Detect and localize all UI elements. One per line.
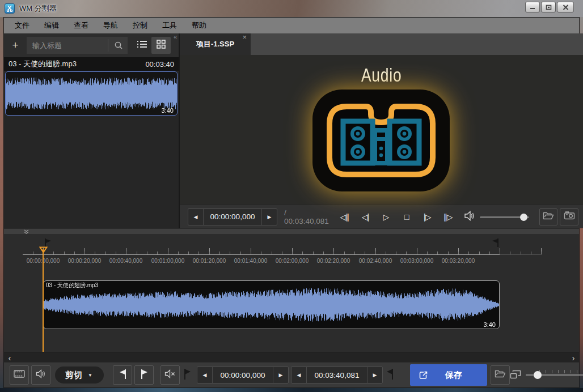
filmstrip-icon [14,370,25,380]
ruler-label: 00:00:40,000 [109,258,142,264]
range-start-stepper: ◀ 00:00:00,000 ▶ [197,367,289,384]
menubar: 文件 编辑 查看 导航 控制 工具 帮助 [4,18,579,33]
menu-view[interactable]: 查看 [66,18,96,33]
ruler-label: 00:03:20,000 [442,258,475,264]
total-time-display: / 00:03:40,081 [284,208,332,225]
panel-splitter[interactable] [4,228,579,234]
range-end-time[interactable]: 00:03:40,081 [306,367,367,383]
menu-file[interactable]: 文件 [7,18,37,33]
time-decrement-button[interactable]: ◀ [188,209,203,225]
audio-logo-text: Audio [361,65,402,86]
frames-view-button[interactable] [10,365,29,385]
flag-left-icon [119,369,127,381]
range-start-flag-icon [183,369,191,382]
camera-icon [564,211,575,222]
ruler-label: 00:01:00,000 [151,258,184,264]
menu-help[interactable]: 帮助 [184,18,214,33]
app-scissors-icon [5,3,15,14]
timeline-audio-clip[interactable]: 03 - 天使的翅膀.mp3 3:40 [43,280,500,329]
end-increment-button[interactable]: ▶ [367,367,382,383]
clip-name: 03 - 天使的翅膀.mp3 [46,282,98,289]
thumbnail-waveform [6,73,177,114]
save-button-label: 保存 [428,370,479,381]
save-button[interactable]: 保存 [410,364,487,386]
zoom-slider[interactable] [526,365,583,385]
stop-button[interactable]: □ [398,208,415,225]
bottom-toolbar: 剪切 ▼ [4,362,579,387]
chevron-down-icon: ▼ [88,373,92,378]
grid-view-icon [157,40,166,51]
open-folder-button[interactable] [539,208,557,225]
ruler-label: 00:03:00,000 [400,258,433,264]
media-item-thumbnail[interactable]: 3:40 [5,71,178,116]
ruler-label: 00:01:40,000 [234,258,267,264]
range-end-stepper: ◀ 00:03:40,081 ▶ [291,367,383,384]
zoom-windows-icon [510,369,521,381]
play-button[interactable]: ▷ [378,208,394,225]
preview-panel: 项目-1.SSP × Audio [180,33,583,228]
search-icon[interactable] [114,41,123,52]
media-item-duration: 00:03:40 [145,60,174,69]
timeline-scrollbar[interactable]: ‹ › [4,352,579,362]
set-start-marker-button[interactable] [113,365,132,385]
start-decrement-button[interactable]: ◀ [197,367,212,383]
snapshot-button[interactable] [560,208,578,225]
audio-stereo-icon [311,88,451,195]
window-frame-bottom [0,388,583,392]
start-increment-button[interactable]: ▶ [273,367,288,383]
grid-view-button[interactable] [151,37,171,54]
output-folder-button[interactable] [491,365,510,385]
menu-control[interactable]: 控制 [125,18,155,33]
flag-right-icon [140,369,149,381]
add-media-button[interactable]: + [6,37,24,54]
tabstrip: 项目-1.SSP × [180,33,583,55]
playhead-line[interactable] [43,249,44,352]
tab-project-1[interactable]: 项目-1.SSP × [180,33,251,55]
mode-dropdown[interactable]: 剪切 ▼ [55,367,104,384]
maximize-button[interactable] [541,2,556,12]
previous-clip-button[interactable]: ◁∥ [336,208,353,225]
tab-close-icon[interactable]: × [242,33,247,41]
ruler-label: 00:02:00,000 [276,258,309,264]
menu-navigate[interactable]: 导航 [96,18,125,33]
titlebar[interactable]: WM 分割器 [0,0,583,17]
media-list-item[interactable]: 03 - 天使的翅膀.mp3 00:03:40 [4,57,179,71]
menu-edit[interactable]: 编辑 [37,18,66,33]
selection-end-marker-flag[interactable] [492,238,499,249]
volume-icon[interactable] [464,211,475,223]
ruler-line [23,254,500,255]
media-item-name: 03 - 天使的翅膀.mp3 [9,59,77,69]
ruler-label: 00:02:40,000 [359,258,392,264]
minimize-button[interactable] [525,2,540,12]
audio-enabled-button[interactable] [31,365,50,385]
scroll-right-button[interactable]: › [568,352,579,363]
step-back-button[interactable]: ◁| [357,208,373,225]
close-button[interactable] [557,2,574,12]
range-end-flag-icon [386,369,394,382]
timeline[interactable]: 00:00:00,000 00:00:20,000 00:00:40,000 0… [4,234,579,352]
volume-slider[interactable] [480,208,529,225]
application-window: WM 分割器 文件 编辑 查看 导航 控制 工具 帮助 [0,0,583,392]
zoom-slider-ticks [539,370,583,373]
time-increment-button[interactable]: ▶ [262,209,277,225]
list-view-button[interactable] [132,37,151,54]
folder-icon [495,369,506,381]
ruler-label: 00:01:20,000 [193,258,226,264]
scroll-left-button[interactable]: ‹ [4,352,15,363]
next-clip-button[interactable]: ∥▷ [440,208,456,225]
volume-slider-thumb[interactable] [520,214,527,221]
search-input[interactable] [27,37,128,54]
transport-bar: ◀ 00:00:00,000 ▶ / 00:03:40,081 ◁∥ ◁| ▷ … [180,204,583,228]
end-decrement-button[interactable]: ◀ [292,367,306,383]
step-forward-button[interactable]: |▷ [419,208,436,225]
range-start-time[interactable]: 00:00:00,000 [212,367,273,383]
collapse-panel-icon[interactable]: « [174,33,177,40]
menu-tools[interactable]: 工具 [155,18,184,33]
mute-selection-button[interactable] [160,365,180,385]
thumbnail-duration: 3:40 [162,107,174,114]
current-time-display[interactable]: 00:00:00,000 [203,209,262,225]
library-toolbar: + [4,33,179,57]
zoom-slider-thumb[interactable] [534,371,542,379]
playhead-handle[interactable] [39,245,48,255]
set-end-marker-button[interactable] [134,365,154,385]
